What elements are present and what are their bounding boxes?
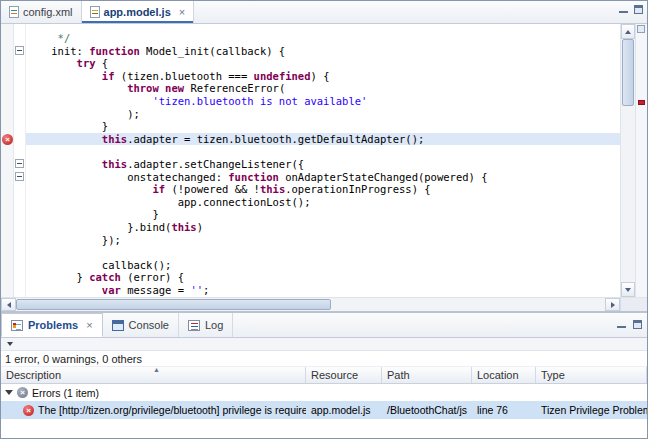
fold-ruler [14, 24, 26, 297]
code-line: this.adapter.setChangeListener({ [26, 158, 620, 171]
tab-label: app.model.js [104, 6, 171, 18]
code-line: } [26, 208, 620, 221]
js-file-icon [90, 6, 100, 18]
code-line: } [26, 120, 620, 133]
tab-label: Console [129, 319, 169, 331]
tab-app-model-js[interactable]: app.model.js × [82, 1, 195, 23]
problem-description-cell: × The [http://tizen.org/privilege/blueto… [1, 401, 306, 419]
arrow-up-icon [625, 30, 631, 34]
fold-collapse-icon[interactable] [15, 159, 24, 168]
scroll-down-button[interactable] [621, 282, 635, 297]
maximize-icon[interactable] [633, 320, 642, 329]
code-line: if (!powered && !this.operationInProgres… [26, 183, 620, 196]
view-toolbar [1, 338, 647, 351]
overview-ruler [635, 24, 647, 297]
horizontal-scroll-thumb[interactable] [16, 299, 331, 310]
close-icon[interactable]: × [179, 6, 185, 18]
tab-label: Problems [28, 319, 78, 331]
maximize-icon[interactable] [634, 5, 643, 14]
scrollbar-corner [620, 298, 647, 311]
minimize-icon[interactable] [617, 320, 626, 329]
close-icon[interactable]: × [86, 319, 92, 331]
problem-location-cell: line 76 [472, 401, 536, 419]
code-area[interactable]: */ init: function Model_init(callback) {… [26, 24, 620, 297]
column-header-path[interactable]: Path [382, 367, 472, 383]
view-actions [617, 320, 642, 329]
code-line [26, 145, 620, 158]
horizontal-scroll-track[interactable] [16, 298, 605, 311]
code-line: init: function Model_init(callback) { [26, 45, 620, 58]
error-group-row[interactable]: × Errors (1 item) [1, 384, 647, 401]
code-line: 'tizen.bluetooth is not available' [26, 95, 620, 108]
problem-resource-cell: app.model.js [306, 401, 382, 419]
code-line: onstatechanged: function onAdapterStateC… [26, 171, 620, 184]
error-icon: × [23, 405, 34, 416]
code-line: app.connectionLost(); [26, 196, 620, 209]
tab-config-xml[interactable]: config.xml [1, 1, 82, 23]
tab-label: config.xml [23, 6, 73, 18]
overview-header-icon[interactable] [637, 25, 645, 33]
problem-row[interactable]: × The [http://tizen.org/privilege/blueto… [1, 401, 647, 419]
sort-indicator-icon: ▲ [153, 367, 160, 373]
table-empty-area [1, 419, 647, 438]
tab-problems[interactable]: Problems × [1, 313, 103, 337]
error-marker-icon[interactable]: × [2, 134, 13, 145]
code-line [26, 246, 620, 259]
code-line: */ [26, 32, 620, 45]
group-label: Errors (1 item) [32, 387, 99, 399]
code-line: throw new ReferenceError( [26, 82, 620, 95]
editor-tab-bar: config.xml app.model.js × [1, 1, 647, 24]
tab-console[interactable]: Console [103, 313, 179, 337]
code-line: if (tizen.bluetooth === undefined) { [26, 70, 620, 83]
ide-window: config.xml app.model.js × × */ init: fun… [0, 0, 648, 439]
collapse-twisty-icon[interactable] [5, 390, 13, 395]
code-line: }); [26, 234, 620, 247]
code-line: }.bind(this) [26, 221, 620, 234]
code-line: var message = ''; [26, 284, 620, 297]
view-menu-icon[interactable] [7, 342, 13, 346]
scroll-left-button[interactable] [1, 298, 16, 311]
annotation-ruler: × [1, 24, 14, 297]
table-header: Description ▲ Resource Path Location Typ… [1, 367, 647, 384]
error-category-icon: × [17, 387, 28, 398]
fold-collapse-icon[interactable] [15, 172, 24, 181]
code-line: ); [26, 108, 620, 121]
tab-label: Log [205, 319, 223, 331]
problems-icon [11, 320, 23, 331]
column-header-location[interactable]: Location [472, 367, 536, 383]
editor-area-actions [619, 5, 643, 14]
code-line: try { [26, 57, 620, 70]
column-header-resource[interactable]: Resource [306, 367, 382, 383]
xml-file-icon [9, 6, 19, 18]
view-tab-bar: Problems × Console Log [1, 313, 647, 338]
problem-path-cell: /BluetoothChat/js [382, 401, 472, 419]
tab-log[interactable]: Log [179, 313, 233, 337]
console-icon [112, 320, 124, 331]
problem-type-cell: Tizen Privilege Problem [536, 401, 647, 419]
problems-summary: 1 error, 0 warnings, 0 others [1, 351, 647, 367]
log-icon [188, 320, 200, 331]
code-line: callback(); [26, 259, 620, 272]
overview-error-marker[interactable] [638, 100, 645, 105]
problems-view: Problems × Console Log 1 error, 0 warnin… [1, 311, 647, 438]
minimize-icon[interactable] [619, 5, 628, 14]
scroll-right-button[interactable] [605, 298, 620, 311]
code-line: this.adapter = tizen.bluetooth.getDefaul… [26, 133, 620, 146]
scroll-up-button[interactable] [621, 24, 635, 39]
horizontal-scrollbar[interactable] [1, 297, 647, 311]
code-line: } catch (error) { [26, 271, 620, 284]
column-header-description[interactable]: Description ▲ [1, 367, 306, 383]
code-editor: × */ init: function Model_init(callback)… [1, 24, 647, 297]
arrow-right-icon [611, 302, 615, 308]
fold-collapse-icon[interactable] [15, 46, 24, 55]
arrow-down-icon [625, 288, 631, 292]
arrow-left-icon [7, 302, 11, 308]
column-header-type[interactable]: Type [536, 367, 647, 383]
vertical-scroll-thumb[interactable] [622, 39, 634, 106]
vertical-scrollbar[interactable] [620, 24, 635, 297]
